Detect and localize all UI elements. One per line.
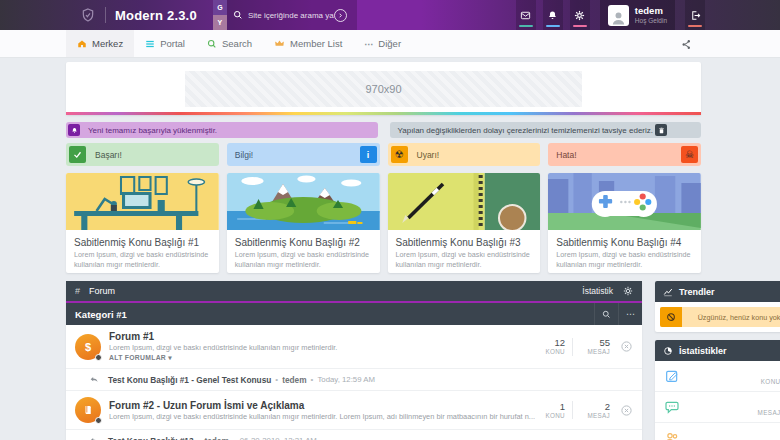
controller-illustration	[548, 173, 701, 230]
dismiss-trash-button[interactable]	[655, 124, 667, 136]
category-more-button[interactable]: ⋯	[618, 303, 642, 325]
nav-tab-diger[interactable]: ⋯ Diğer	[353, 30, 412, 57]
pinned-card-2[interactable]: Sabitlenmiş Konu Başlığı #2 Lorem Ipsum,…	[227, 173, 380, 273]
mark-read-button[interactable]	[620, 340, 633, 353]
info-button[interactable]: i	[360, 146, 377, 163]
user-greeting: Hoş Geldin	[635, 17, 667, 24]
success-check-button[interactable]	[69, 146, 86, 163]
empty-button[interactable]	[660, 307, 682, 327]
category-search-button[interactable]	[594, 303, 618, 325]
last-post-row: Test Konu Başlığı #1 - Genel Test Konusu…	[66, 368, 642, 390]
forum-avatar: $	[75, 334, 101, 360]
line-chart-icon	[663, 287, 673, 297]
share-button[interactable]	[681, 30, 692, 58]
stat-value: 1	[766, 428, 780, 440]
pinned-title[interactable]: Sabitlenmiş Konu Başlığı #3	[388, 230, 541, 250]
error-alert: Hata! ☠	[548, 143, 701, 166]
info-label: Bilgi!	[235, 150, 253, 160]
brand-divider	[105, 7, 106, 23]
share-icon	[681, 39, 692, 50]
trash-icon	[658, 127, 665, 134]
nav-tab-label: Search	[222, 38, 252, 49]
warning-label: Uyarı!	[417, 150, 440, 160]
pinned-description: Lorem Ipsum, dizgi ve baskı endüstrisind…	[227, 250, 380, 273]
last-post-title[interactable]: Test Konu Başlığı #13	[108, 436, 194, 440]
page-content: 970x90 Yeni temamız başarıyla yüklenmişt…	[66, 58, 701, 440]
forum-title[interactable]: Forum #2 - Uzun Forum İsmi ve Açıklama	[109, 400, 535, 411]
theme-toggle[interactable]: G Y	[213, 0, 227, 30]
warning-alert: ☢ Uyarı!	[388, 143, 541, 166]
theme-notice-alert: Yeni temamız başarıyla yüklenmiştir.	[66, 122, 378, 138]
logout-button[interactable]	[685, 0, 705, 30]
settings-button[interactable]	[570, 0, 590, 30]
last-post-author[interactable]: tedem	[282, 375, 306, 385]
stat-label: MESAJLAR	[758, 409, 780, 417]
posts-count: 55	[580, 337, 610, 348]
pinned-card-4[interactable]: Sabitlenmiş Konu Başlığı #4 Lorem Ipsum,…	[548, 173, 701, 273]
nav-tab-portal[interactable]: Portal	[134, 30, 196, 57]
sidebar: Trendler ? Üzgünüz, henüz konu yok! İsta…	[655, 281, 780, 440]
trends-empty-alert: Üzgünüz, henüz konu yok!	[660, 307, 780, 327]
pinned-card-3[interactable]: Sabitlenmiş Konu Başlığı #3 Lorem Ipsum,…	[388, 173, 541, 273]
last-post-title[interactable]: Test Konu Başlığı #1 - Genel Test Konusu	[108, 375, 271, 385]
shield-logo-icon	[80, 7, 96, 23]
stat-value: 14	[761, 366, 780, 378]
site-title: Modern 2.3.0	[115, 8, 197, 23]
topics-count: 12	[535, 337, 565, 348]
nav-tab-member-list[interactable]: Member List	[263, 30, 353, 57]
notice-bell-button[interactable]	[68, 124, 80, 136]
pinned-card-1[interactable]: Sabitlenmiş Konu Başlığı #1 Lorem Ipsum,…	[66, 173, 219, 273]
search-icon	[207, 39, 217, 49]
theme-notice-text: Yeni temamız başarıyla yüklenmiştir.	[88, 126, 217, 135]
radiation-icon: ☢	[395, 149, 404, 160]
pie-chart-icon	[663, 346, 673, 356]
inbox-button[interactable]	[516, 0, 536, 30]
user-menu[interactable]: tedem Hoş Geldin	[600, 0, 675, 30]
brand: Modern 2.3.0	[80, 7, 197, 23]
theme-toggle-secondary[interactable]: Y	[213, 15, 227, 30]
status-dot	[95, 354, 102, 361]
error-label: Hata!	[556, 150, 576, 160]
separator: •	[275, 375, 278, 384]
ellipsis-icon: ⋯	[626, 309, 635, 319]
reply-arrow-icon	[89, 436, 99, 440]
ban-icon	[666, 312, 676, 322]
last-post-author[interactable]: tedem	[204, 436, 228, 440]
desk-illustration	[66, 173, 219, 230]
username: tedem	[635, 6, 667, 17]
pinned-title[interactable]: Sabitlenmiş Konu Başlığı #4	[548, 230, 701, 250]
error-button[interactable]: ☠	[681, 146, 698, 163]
site-search[interactable]	[227, 0, 357, 30]
nav-tab-merkez[interactable]: Merkez	[66, 30, 134, 57]
search-submit-button[interactable]	[334, 9, 347, 22]
island-illustration	[227, 173, 380, 230]
statistics-link[interactable]: İstatistik	[582, 286, 613, 296]
gear-icon[interactable]	[623, 286, 633, 296]
statistics-header: İstatistikler	[655, 340, 780, 361]
pinned-title[interactable]: Sabitlenmiş Konu Başlığı #2	[227, 230, 380, 250]
posts-label: MESAJ	[580, 348, 610, 356]
topbar-actions: tedem Hoş Geldin	[509, 0, 705, 30]
status-dot	[95, 417, 102, 424]
pinned-title[interactable]: Sabitlenmiş Konu Başlığı #1	[66, 230, 219, 250]
nav-tab-label: Member List	[290, 38, 342, 49]
mark-read-button[interactable]	[620, 404, 633, 417]
forum-title[interactable]: Forum #1	[109, 331, 535, 342]
subforums-link[interactable]: ALT FORUMLAR ▾	[109, 354, 535, 362]
chevron-right-icon	[337, 12, 344, 19]
hash-icon: #	[75, 286, 80, 296]
ellipsis-icon: ⋯	[364, 39, 373, 49]
success-label: Başarı!	[95, 150, 122, 160]
separator: •	[198, 436, 201, 440]
stat-value: 59	[758, 397, 780, 409]
nav-tab-search[interactable]: Search	[196, 30, 263, 57]
skull-icon: ☠	[685, 149, 694, 160]
separator: •	[311, 375, 314, 384]
notifications-button[interactable]	[543, 0, 563, 30]
search-input[interactable]	[248, 11, 334, 20]
nav-tab-label: Portal	[160, 38, 185, 49]
theme-toggle-primary[interactable]: G	[213, 0, 227, 15]
info-alert: Bilgi! i	[227, 143, 380, 166]
warning-button[interactable]: ☢	[391, 146, 408, 163]
stat-row-posts: 59 MESAJLAR	[655, 392, 780, 423]
